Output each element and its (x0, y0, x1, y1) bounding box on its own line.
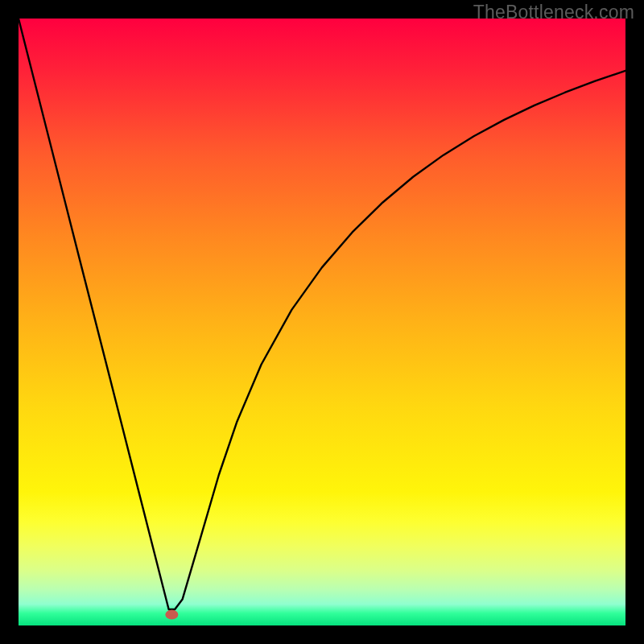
minimum-marker (165, 609, 178, 619)
chart-overlay (19, 19, 625, 625)
chart-frame: TheBottleneck.com (0, 0, 644, 644)
watermark-text: TheBottleneck.com (473, 2, 634, 23)
curve-line (19, 19, 625, 609)
